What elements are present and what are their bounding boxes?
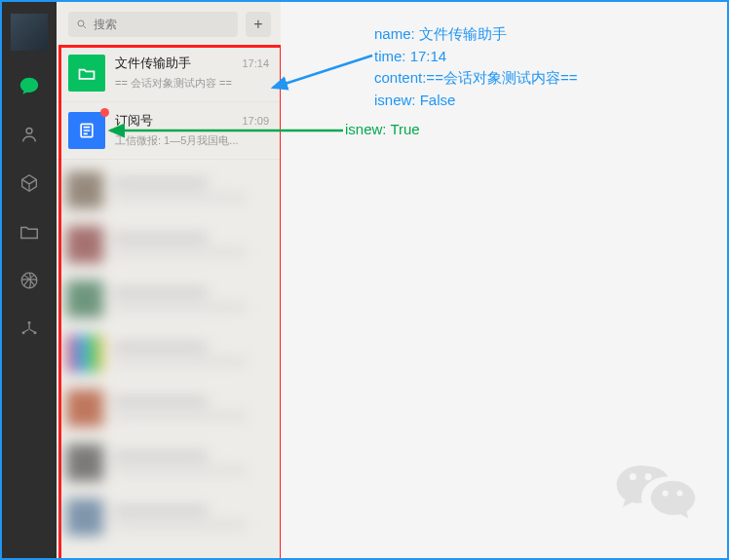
app-window: 搜索 + 文件传输助手 17:14 == 会话对象测试内	[2, 2, 727, 558]
conversation-item[interactable]: 订阅号 17:09 工信微报: 1—5月我国电...	[57, 102, 281, 160]
plus-icon: +	[253, 16, 262, 33]
conversation-meta: 文件传输助手 17:14 == 会话对象测试内容 ==	[115, 55, 269, 91]
subscription-icon	[68, 112, 105, 149]
conversation-list: 文件传输助手 17:14 == 会话对象测试内容 == 订阅号	[57, 45, 281, 558]
conversation-time: 17:09	[242, 115, 269, 127]
svg-point-2	[28, 321, 31, 324]
nav-contacts-icon[interactable]	[16, 121, 43, 148]
search-placeholder: 搜索	[94, 17, 117, 33]
search-row: 搜索 +	[57, 2, 281, 45]
user-avatar[interactable]	[11, 14, 48, 51]
add-button[interactable]: +	[246, 12, 271, 37]
search-icon	[76, 19, 88, 30]
nav-mini-icon[interactable]	[16, 316, 43, 343]
nav-moments-icon[interactable]	[16, 267, 43, 294]
conversation-item[interactable]: 文件传输助手 17:14 == 会话对象测试内容 ==	[57, 45, 281, 102]
svg-point-0	[26, 128, 32, 133]
conversation-preview: 工信微报: 1—5月我国电...	[115, 133, 269, 148]
svg-point-5	[78, 20, 84, 26]
nav-chat-icon[interactable]	[16, 72, 43, 99]
file-transfer-icon	[68, 55, 105, 92]
conversation-panel: 搜索 + 文件传输助手 17:14 == 会话对象测试内	[57, 2, 281, 558]
conversation-time: 17:14	[242, 57, 269, 69]
sidebar-nav	[2, 2, 57, 558]
search-input[interactable]: 搜索	[68, 12, 238, 37]
wechat-watermark-icon	[612, 459, 700, 531]
conversation-title: 订阅号	[115, 112, 153, 130]
blurred-conversations	[66, 171, 271, 550]
main-content	[281, 2, 727, 558]
conversation-preview: == 会话对象测试内容 ==	[115, 76, 269, 91]
nav-files-icon[interactable]	[16, 218, 43, 245]
conversation-title: 文件传输助手	[115, 55, 191, 72]
nav-collect-icon[interactable]	[16, 169, 43, 197]
unread-badge	[100, 108, 109, 117]
conversation-meta: 订阅号 17:09 工信微报: 1—5月我国电...	[115, 112, 269, 148]
